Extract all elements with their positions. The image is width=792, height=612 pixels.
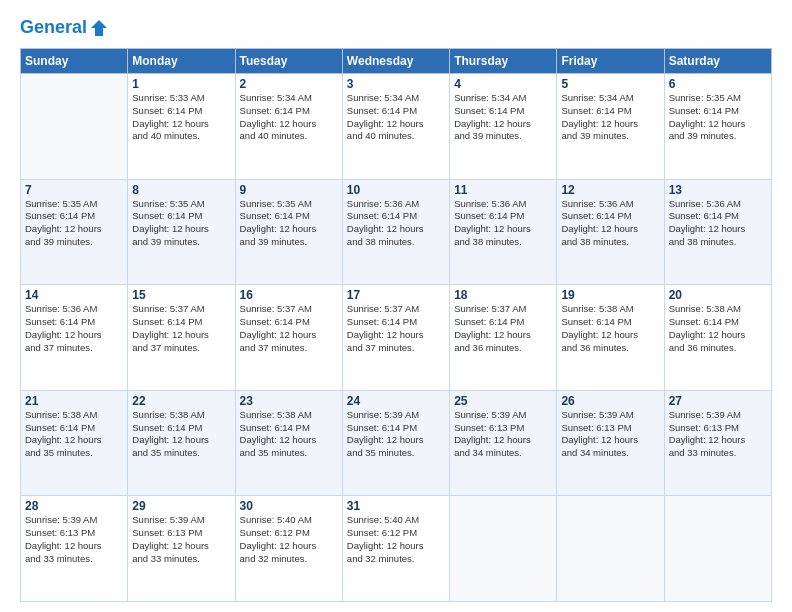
calendar-cell: 3Sunrise: 5:34 AMSunset: 6:14 PMDaylight… [342,74,449,180]
day-number: 8 [132,183,230,197]
day-number: 14 [25,288,123,302]
day-number: 1 [132,77,230,91]
svg-marker-0 [91,20,107,36]
logo-general: General [20,17,87,37]
calendar-cell: 19Sunrise: 5:38 AMSunset: 6:14 PMDayligh… [557,285,664,391]
day-number: 13 [669,183,767,197]
calendar-week-row: 21Sunrise: 5:38 AMSunset: 6:14 PMDayligh… [21,390,772,496]
calendar-cell: 20Sunrise: 5:38 AMSunset: 6:14 PMDayligh… [664,285,771,391]
calendar-week-row: 7Sunrise: 5:35 AMSunset: 6:14 PMDaylight… [21,179,772,285]
calendar-cell: 30Sunrise: 5:40 AMSunset: 6:12 PMDayligh… [235,496,342,602]
calendar-header-sunday: Sunday [21,49,128,74]
calendar-cell [557,496,664,602]
calendar-cell: 5Sunrise: 5:34 AMSunset: 6:14 PMDaylight… [557,74,664,180]
day-info: Sunrise: 5:37 AMSunset: 6:14 PMDaylight:… [347,303,445,354]
day-info: Sunrise: 5:37 AMSunset: 6:14 PMDaylight:… [240,303,338,354]
calendar-week-row: 14Sunrise: 5:36 AMSunset: 6:14 PMDayligh… [21,285,772,391]
calendar-cell: 16Sunrise: 5:37 AMSunset: 6:14 PMDayligh… [235,285,342,391]
day-info: Sunrise: 5:38 AMSunset: 6:14 PMDaylight:… [240,409,338,460]
day-info: Sunrise: 5:40 AMSunset: 6:12 PMDaylight:… [347,514,445,565]
calendar-cell [21,74,128,180]
day-number: 20 [669,288,767,302]
day-info: Sunrise: 5:36 AMSunset: 6:14 PMDaylight:… [347,198,445,249]
day-number: 27 [669,394,767,408]
calendar-cell [664,496,771,602]
calendar-cell: 10Sunrise: 5:36 AMSunset: 6:14 PMDayligh… [342,179,449,285]
calendar-header-tuesday: Tuesday [235,49,342,74]
calendar-cell: 22Sunrise: 5:38 AMSunset: 6:14 PMDayligh… [128,390,235,496]
calendar-cell: 15Sunrise: 5:37 AMSunset: 6:14 PMDayligh… [128,285,235,391]
day-info: Sunrise: 5:39 AMSunset: 6:13 PMDaylight:… [132,514,230,565]
calendar-cell: 1Sunrise: 5:33 AMSunset: 6:14 PMDaylight… [128,74,235,180]
calendar-cell: 14Sunrise: 5:36 AMSunset: 6:14 PMDayligh… [21,285,128,391]
calendar-header-friday: Friday [557,49,664,74]
day-info: Sunrise: 5:36 AMSunset: 6:14 PMDaylight:… [454,198,552,249]
day-info: Sunrise: 5:36 AMSunset: 6:14 PMDaylight:… [25,303,123,354]
day-info: Sunrise: 5:34 AMSunset: 6:14 PMDaylight:… [454,92,552,143]
day-info: Sunrise: 5:39 AMSunset: 6:13 PMDaylight:… [454,409,552,460]
day-number: 26 [561,394,659,408]
day-number: 2 [240,77,338,91]
calendar-week-row: 28Sunrise: 5:39 AMSunset: 6:13 PMDayligh… [21,496,772,602]
day-number: 9 [240,183,338,197]
calendar-cell: 26Sunrise: 5:39 AMSunset: 6:13 PMDayligh… [557,390,664,496]
day-info: Sunrise: 5:33 AMSunset: 6:14 PMDaylight:… [132,92,230,143]
calendar-header-saturday: Saturday [664,49,771,74]
day-number: 6 [669,77,767,91]
calendar-cell: 18Sunrise: 5:37 AMSunset: 6:14 PMDayligh… [450,285,557,391]
day-info: Sunrise: 5:40 AMSunset: 6:12 PMDaylight:… [240,514,338,565]
calendar-cell: 24Sunrise: 5:39 AMSunset: 6:14 PMDayligh… [342,390,449,496]
page: General SundayMondayTuesdayWednesdayThur… [0,0,792,612]
day-info: Sunrise: 5:37 AMSunset: 6:14 PMDaylight:… [132,303,230,354]
calendar-cell: 9Sunrise: 5:35 AMSunset: 6:14 PMDaylight… [235,179,342,285]
day-info: Sunrise: 5:38 AMSunset: 6:14 PMDaylight:… [561,303,659,354]
day-number: 17 [347,288,445,302]
day-info: Sunrise: 5:37 AMSunset: 6:14 PMDaylight:… [454,303,552,354]
calendar-cell: 13Sunrise: 5:36 AMSunset: 6:14 PMDayligh… [664,179,771,285]
day-number: 29 [132,499,230,513]
day-number: 16 [240,288,338,302]
logo-text: General [20,18,87,38]
calendar-header-wednesday: Wednesday [342,49,449,74]
calendar-cell: 27Sunrise: 5:39 AMSunset: 6:13 PMDayligh… [664,390,771,496]
day-info: Sunrise: 5:39 AMSunset: 6:13 PMDaylight:… [25,514,123,565]
day-number: 7 [25,183,123,197]
header: General [20,18,772,38]
day-number: 3 [347,77,445,91]
day-info: Sunrise: 5:36 AMSunset: 6:14 PMDaylight:… [561,198,659,249]
day-number: 30 [240,499,338,513]
day-number: 28 [25,499,123,513]
calendar-cell: 12Sunrise: 5:36 AMSunset: 6:14 PMDayligh… [557,179,664,285]
calendar-cell: 28Sunrise: 5:39 AMSunset: 6:13 PMDayligh… [21,496,128,602]
day-info: Sunrise: 5:34 AMSunset: 6:14 PMDaylight:… [561,92,659,143]
calendar-week-row: 1Sunrise: 5:33 AMSunset: 6:14 PMDaylight… [21,74,772,180]
day-number: 12 [561,183,659,197]
day-number: 5 [561,77,659,91]
day-number: 18 [454,288,552,302]
calendar-header-thursday: Thursday [450,49,557,74]
calendar-cell: 6Sunrise: 5:35 AMSunset: 6:14 PMDaylight… [664,74,771,180]
day-info: Sunrise: 5:35 AMSunset: 6:14 PMDaylight:… [240,198,338,249]
day-info: Sunrise: 5:38 AMSunset: 6:14 PMDaylight:… [669,303,767,354]
calendar-cell: 11Sunrise: 5:36 AMSunset: 6:14 PMDayligh… [450,179,557,285]
day-number: 23 [240,394,338,408]
calendar-cell: 25Sunrise: 5:39 AMSunset: 6:13 PMDayligh… [450,390,557,496]
calendar-cell: 2Sunrise: 5:34 AMSunset: 6:14 PMDaylight… [235,74,342,180]
day-number: 25 [454,394,552,408]
day-info: Sunrise: 5:34 AMSunset: 6:14 PMDaylight:… [240,92,338,143]
day-info: Sunrise: 5:35 AMSunset: 6:14 PMDaylight:… [132,198,230,249]
calendar-header-monday: Monday [128,49,235,74]
day-number: 15 [132,288,230,302]
day-info: Sunrise: 5:36 AMSunset: 6:14 PMDaylight:… [669,198,767,249]
day-info: Sunrise: 5:35 AMSunset: 6:14 PMDaylight:… [25,198,123,249]
calendar-cell: 21Sunrise: 5:38 AMSunset: 6:14 PMDayligh… [21,390,128,496]
calendar-table: SundayMondayTuesdayWednesdayThursdayFrid… [20,48,772,602]
calendar-cell: 29Sunrise: 5:39 AMSunset: 6:13 PMDayligh… [128,496,235,602]
day-number: 22 [132,394,230,408]
day-number: 4 [454,77,552,91]
calendar-cell [450,496,557,602]
day-number: 31 [347,499,445,513]
calendar-cell: 8Sunrise: 5:35 AMSunset: 6:14 PMDaylight… [128,179,235,285]
day-number: 24 [347,394,445,408]
day-info: Sunrise: 5:34 AMSunset: 6:14 PMDaylight:… [347,92,445,143]
